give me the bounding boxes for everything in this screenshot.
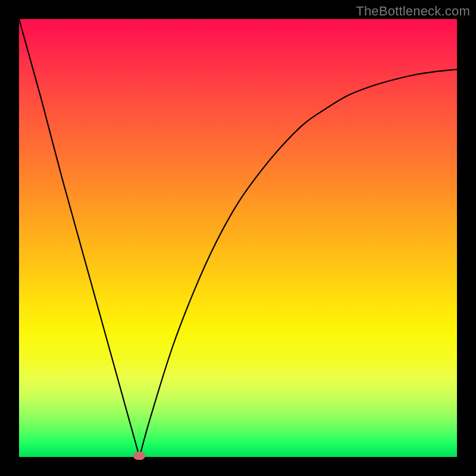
chart-frame: TheBottleneck.com [0, 0, 476, 476]
bottleneck-curve [19, 19, 457, 457]
curve-line [19, 19, 457, 457]
minimum-marker [133, 452, 145, 460]
watermark-text: TheBottleneck.com [356, 4, 470, 19]
plot-area [19, 19, 457, 457]
